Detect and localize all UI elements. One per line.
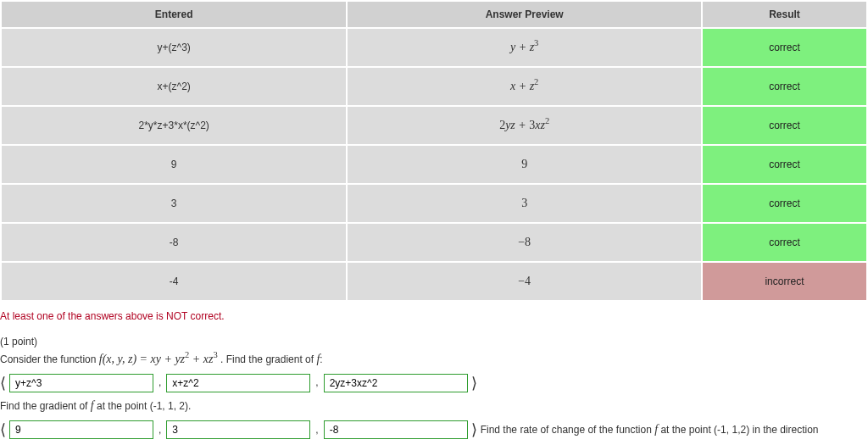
result-cell: correct <box>703 146 866 183</box>
grad-z-input[interactable] <box>324 374 468 392</box>
points-label: (1 point) <box>0 334 868 350</box>
table-row: -8−8correct <box>2 224 866 261</box>
gradpt-z-input[interactable] <box>324 420 468 439</box>
col-preview-header: Answer Preview <box>348 2 701 27</box>
preview-cell: 3 <box>348 185 701 222</box>
langle-icon: ⟨ <box>0 371 6 396</box>
col-result-header: Result <box>703 2 866 27</box>
table-row: y+(z^3)y + z3correct <box>2 29 866 66</box>
prompt-2-suffix: at the point (-1, 1, 2). <box>97 400 191 412</box>
entered-cell: 3 <box>2 185 346 222</box>
result-cell: incorrect <box>703 263 866 300</box>
rate-of-change-prompt: Find the rate of change of the function … <box>481 420 819 439</box>
table-row: 33correct <box>2 185 866 222</box>
preview-cell: 2yz + 3xz2 <box>348 107 701 144</box>
problem-body: (1 point) Consider the function f(x, y, … <box>0 334 868 445</box>
prompt-line-2: Find the gradient of f at the point (-1,… <box>0 397 868 415</box>
results-table: Entered Answer Preview Result y+(z^3)y +… <box>0 0 868 302</box>
results-header-row: Entered Answer Preview Result <box>2 2 866 27</box>
colon: : <box>320 353 322 365</box>
comma: , <box>314 375 320 391</box>
preview-cell: x + z2 <box>348 68 701 105</box>
rangle-icon: ⟩ <box>471 371 477 396</box>
result-cell: correct <box>703 68 866 105</box>
comma: , <box>157 422 163 438</box>
preview-cell: −8 <box>348 224 701 261</box>
entered-cell: -8 <box>2 224 346 261</box>
entered-cell: x+(z^2) <box>2 68 346 105</box>
comma: , <box>314 422 320 438</box>
langle-icon: ⟨ <box>0 418 6 442</box>
gradient-at-point-row: ⟨ , , ⟩ Find the rate of change of the f… <box>0 418 868 442</box>
result-cell: correct <box>703 224 866 261</box>
preview-cell: 9 <box>348 146 701 183</box>
grad-x-input[interactable] <box>9 374 153 392</box>
comma: , <box>157 375 163 391</box>
warning-text: At least one of the answers above is NOT… <box>0 310 868 322</box>
result-cell: correct <box>703 29 866 66</box>
prompt-2-prefix: Find the gradient of <box>0 400 91 412</box>
preview-cell: −4 <box>348 263 701 300</box>
entered-cell: 2*y*z+3*x*(z^2) <box>2 107 346 144</box>
table-row: -4−4incorrect <box>2 263 866 300</box>
function-def: f(x, y, z) = xy + yz2 + xz3 <box>99 353 218 365</box>
result-cell: correct <box>703 107 866 144</box>
prompt-1-prefix: Consider the function <box>0 353 99 365</box>
entered-cell: 9 <box>2 146 346 183</box>
table-row: 99correct <box>2 146 866 183</box>
gradpt-x-input[interactable] <box>9 420 153 439</box>
rangle-icon: ⟩ <box>471 418 477 442</box>
preview-cell: y + z3 <box>348 29 701 66</box>
table-row: x+(z^2)x + z2correct <box>2 68 866 105</box>
col-entered-header: Entered <box>2 2 346 27</box>
table-row: 2*y*z+3*x*(z^2)2yz + 3xz2correct <box>2 107 866 144</box>
rate-prefix: Find the rate of change of the function <box>481 424 654 436</box>
prompt-line-1: Consider the function f(x, y, z) = xy + … <box>0 350 868 369</box>
prompt-1-suffix: . Find the gradient of <box>220 353 316 365</box>
entered-cell: y+(z^3) <box>2 29 346 66</box>
grad-y-input[interactable] <box>166 374 310 392</box>
entered-cell: -4 <box>2 263 346 300</box>
gradpt-y-input[interactable] <box>166 420 310 439</box>
rate-suffix: at the point (-1, 1,2) in the direction <box>660 424 818 436</box>
gradient-input-row: ⟨ , , ⟩ <box>0 371 868 396</box>
result-cell: correct <box>703 185 866 222</box>
f-symbol-3: f <box>654 423 658 436</box>
f-symbol-2: f <box>91 399 94 412</box>
